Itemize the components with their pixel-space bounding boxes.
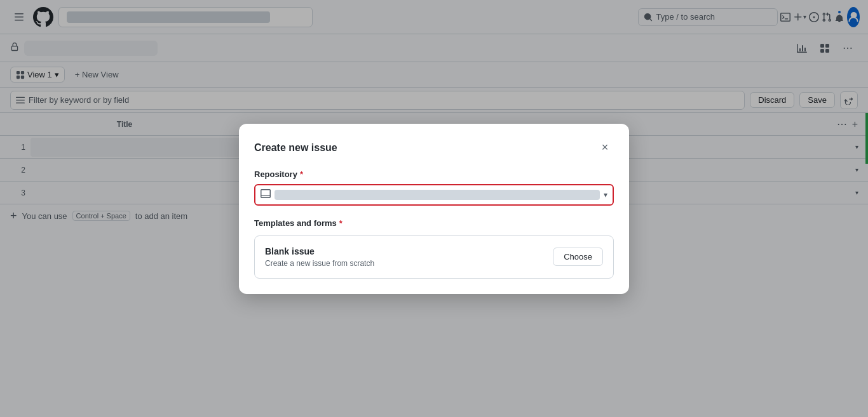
repository-field-label: Repository * [254, 169, 614, 179]
close-icon: × [602, 141, 609, 154]
choose-button[interactable]: Choose [553, 248, 603, 266]
modal-header: Create new issue × [254, 139, 614, 157]
templates-field-label: Templates and forms * [254, 218, 614, 228]
template-name: Blank issue [265, 246, 374, 256]
templates-required-star: * [339, 218, 342, 228]
create-issue-modal: Create new issue × Repository * ▾ Templa… [239, 124, 629, 294]
repository-select[interactable]: ▾ [254, 184, 614, 206]
template-desc: Create a new issue from scratch [265, 259, 374, 268]
template-info: Blank issue Create a new issue from scra… [265, 246, 374, 268]
repo-value [275, 190, 600, 200]
blank-issue-template: Blank issue Create a new issue from scra… [254, 235, 614, 279]
repo-icon [261, 189, 271, 201]
repo-chevron-icon: ▾ [604, 190, 607, 199]
modal-title: Create new issue [254, 142, 337, 154]
modal-close-button[interactable]: × [596, 139, 614, 157]
required-star: * [300, 169, 303, 179]
